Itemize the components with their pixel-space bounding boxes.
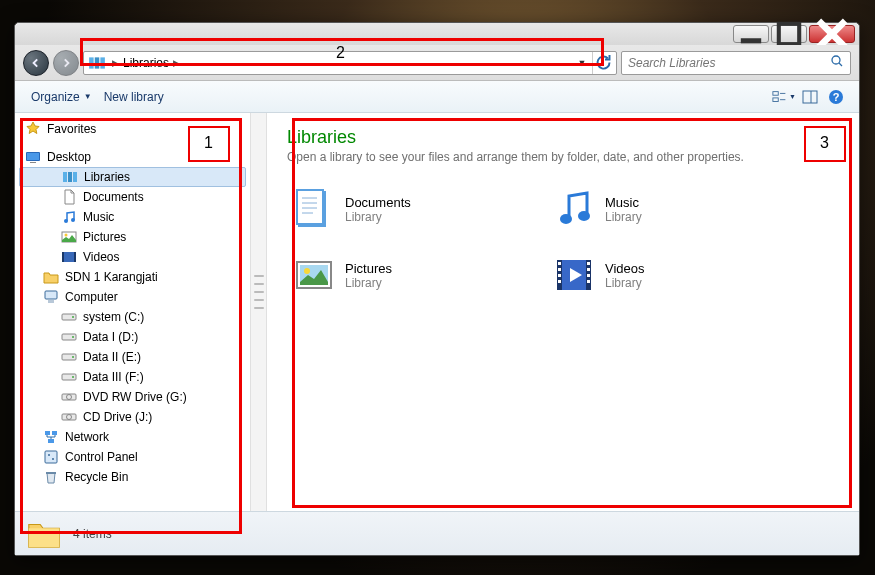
sidebar-user-folder[interactable]: SDN 1 Karangjati: [15, 267, 250, 287]
library-item-pictures[interactable]: PicturesLibrary: [287, 248, 517, 302]
svg-point-7: [832, 56, 840, 64]
refresh-button[interactable]: [592, 52, 614, 74]
svg-point-37: [72, 356, 74, 358]
svg-rect-67: [558, 274, 561, 277]
vid-library-icon: [551, 252, 597, 298]
search-box[interactable]: [621, 51, 851, 75]
svg-rect-5: [95, 57, 100, 68]
library-name: Videos: [605, 261, 645, 276]
navigation-pane[interactable]: Favorites Desktop Libraries Documents Mu…: [15, 113, 251, 511]
status-bar: 4 items: [15, 511, 859, 555]
pic-library-icon: [291, 252, 337, 298]
sidebar-item-label: Data III (F:): [83, 370, 144, 384]
svg-point-39: [72, 376, 74, 378]
picture-icon: [61, 229, 77, 245]
breadcrumb-root[interactable]: Libraries: [123, 56, 169, 70]
svg-rect-4: [89, 57, 94, 68]
view-options-button[interactable]: ▼: [772, 85, 796, 109]
svg-rect-31: [48, 300, 54, 303]
annotation-label-2: 2: [336, 44, 345, 62]
computer-icon: [43, 289, 59, 305]
address-dropdown-icon[interactable]: ▼: [574, 58, 590, 68]
sidebar-drive-c[interactable]: system (C:): [15, 307, 250, 327]
search-input[interactable]: [628, 56, 830, 70]
sidebar-favorites[interactable]: Favorites: [15, 119, 250, 139]
sidebar-item-label: Data I (D:): [83, 330, 138, 344]
sidebar-control-panel[interactable]: Control Panel: [15, 447, 250, 467]
sidebar-drive-d[interactable]: Data I (D:): [15, 327, 250, 347]
drive-icon: [61, 349, 77, 365]
svg-text:?: ?: [833, 91, 840, 103]
svg-rect-20: [63, 172, 67, 182]
sidebar-drive-f[interactable]: Data III (F:): [15, 367, 250, 387]
library-type: Library: [345, 210, 411, 224]
svg-rect-46: [48, 439, 54, 443]
content-pane: Libraries Open a library to see your fil…: [267, 113, 859, 511]
svg-rect-13: [803, 91, 817, 103]
sidebar-music[interactable]: Music: [15, 207, 250, 227]
svg-rect-19: [30, 162, 36, 163]
preview-pane-button[interactable]: [798, 85, 822, 109]
library-item-music[interactable]: MusicLibrary: [547, 182, 777, 236]
toolbar: Organize▼ New library ▼ ?: [15, 81, 859, 113]
close-button[interactable]: [809, 25, 855, 43]
explorer-window: ▶ Libraries ▶ ▼ Organize▼ New library ▼ …: [14, 22, 860, 556]
svg-point-57: [560, 214, 572, 224]
maximize-button[interactable]: [771, 25, 807, 43]
user-folder-icon: [43, 269, 59, 285]
sidebar-item-label: system (C:): [83, 310, 144, 324]
svg-rect-29: [74, 252, 76, 262]
sidebar-drive-e[interactable]: Data II (E:): [15, 347, 250, 367]
help-button[interactable]: ?: [824, 85, 848, 109]
title-bar: [15, 23, 859, 45]
svg-rect-66: [558, 268, 561, 271]
minimize-button[interactable]: [733, 25, 769, 43]
sidebar-item-label: SDN 1 Karangjati: [65, 270, 158, 284]
status-text: 4 items: [73, 527, 112, 541]
sidebar-documents[interactable]: Documents: [15, 187, 250, 207]
sidebar-item-label: CD Drive (J:): [83, 410, 152, 424]
svg-rect-22: [73, 172, 77, 182]
sidebar-item-label: Network: [65, 430, 109, 444]
search-icon: [830, 54, 844, 72]
sidebar-drive-j[interactable]: CD Drive (J:): [15, 407, 250, 427]
sidebar-recycle-bin[interactable]: Recycle Bin: [15, 467, 250, 487]
page-title: Libraries: [287, 127, 839, 148]
sidebar-item-label: Data II (E:): [83, 350, 141, 364]
desktop-icon: [25, 149, 41, 165]
svg-rect-1: [779, 24, 799, 44]
sidebar-computer[interactable]: Computer: [15, 287, 250, 307]
forward-button[interactable]: [53, 50, 79, 76]
drive-icon: [61, 329, 77, 345]
svg-point-49: [52, 458, 54, 460]
disc-drive-icon: [61, 389, 77, 405]
control-panel-icon: [43, 449, 59, 465]
svg-point-26: [65, 234, 68, 237]
sidebar-pictures[interactable]: Pictures: [15, 227, 250, 247]
library-name: Pictures: [345, 261, 392, 276]
network-icon: [43, 429, 59, 445]
svg-rect-27: [62, 252, 76, 262]
svg-point-24: [71, 218, 75, 222]
splitter[interactable]: [251, 113, 267, 511]
back-button[interactable]: [23, 50, 49, 76]
sidebar-desktop[interactable]: Desktop: [15, 147, 250, 167]
new-library-button[interactable]: New library: [98, 87, 170, 107]
sidebar-network[interactable]: Network: [15, 427, 250, 447]
library-item-videos[interactable]: VideosLibrary: [547, 248, 777, 302]
svg-rect-18: [27, 153, 39, 160]
sidebar-item-label: Desktop: [47, 150, 91, 164]
library-item-documents[interactable]: DocumentsLibrary: [287, 182, 517, 236]
svg-rect-9: [773, 91, 778, 95]
sidebar-item-label: Control Panel: [65, 450, 138, 464]
library-name: Music: [605, 195, 642, 210]
sidebar-drive-g[interactable]: DVD RW Drive (G:): [15, 387, 250, 407]
svg-rect-72: [587, 280, 590, 283]
sidebar-item-label: Videos: [83, 250, 119, 264]
svg-rect-52: [297, 190, 323, 224]
address-bar[interactable]: ▶ Libraries ▶ ▼: [83, 51, 617, 75]
svg-rect-28: [62, 252, 64, 262]
sidebar-videos[interactable]: Videos: [15, 247, 250, 267]
organize-menu[interactable]: Organize▼: [25, 87, 98, 107]
sidebar-libraries[interactable]: Libraries: [19, 167, 246, 187]
